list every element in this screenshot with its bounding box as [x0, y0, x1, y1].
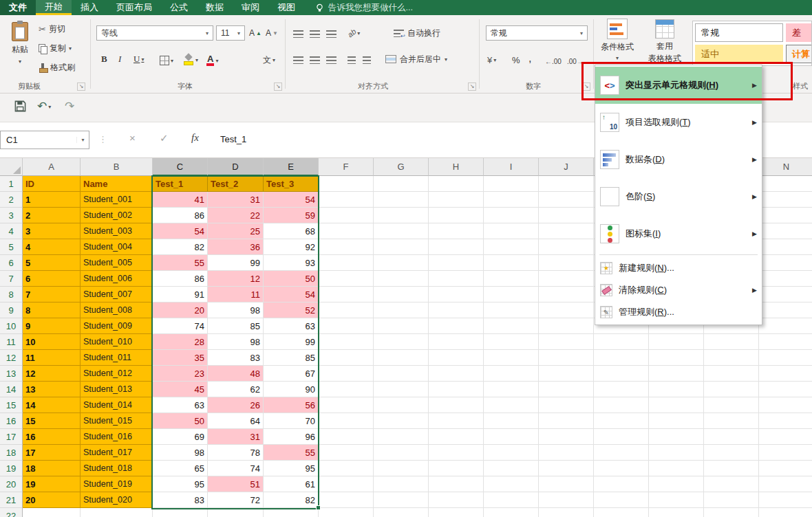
cell-A4[interactable]: 3 [23, 223, 81, 239]
cell-K18[interactable] [594, 445, 649, 461]
cell-J11[interactable] [539, 334, 594, 350]
cell-B15[interactable]: Student_014 [81, 397, 153, 413]
cell-E3[interactable]: 59 [264, 208, 319, 223]
cell-D11[interactable]: 98 [208, 334, 264, 350]
cell-I5[interactable] [484, 239, 539, 255]
cell-G9[interactable] [374, 302, 429, 318]
cell-A14[interactable]: 13 [23, 382, 81, 397]
cell-C19[interactable]: 65 [153, 461, 208, 476]
cell-L13[interactable] [649, 366, 704, 382]
copy-button[interactable]: 复制 ▾ [39, 41, 72, 55]
cell-E22[interactable] [264, 508, 319, 517]
cell-E10[interactable]: 63 [264, 318, 319, 334]
cell-E19[interactable]: 95 [264, 461, 319, 476]
cell-I10[interactable] [484, 318, 539, 334]
cell-D15[interactable]: 26 [208, 397, 264, 413]
cell-N12[interactable] [759, 350, 812, 366]
cell-E13[interactable]: 67 [264, 366, 319, 382]
cell-D3[interactable]: 22 [208, 208, 264, 223]
cell-C18[interactable]: 98 [153, 445, 208, 461]
cell-C5[interactable]: 82 [153, 239, 208, 255]
cell-N1[interactable] [759, 176, 812, 192]
cell-C7[interactable]: 86 [153, 271, 208, 287]
row-header-16[interactable]: 16 [0, 413, 23, 429]
tab-页面布局[interactable]: 页面布局 [107, 0, 161, 15]
cell-H10[interactable] [429, 318, 484, 334]
cell-B12[interactable]: Student_011 [81, 350, 153, 366]
cell-K19[interactable] [594, 461, 649, 476]
underline-button[interactable]: U▾ [133, 52, 144, 67]
cell-A2[interactable]: 1 [23, 192, 81, 208]
cell-C11[interactable]: 28 [153, 334, 208, 350]
cell-G7[interactable] [374, 271, 429, 287]
cell-D19[interactable]: 74 [208, 461, 264, 476]
cell-H16[interactable] [429, 413, 484, 429]
cell-H6[interactable] [429, 255, 484, 271]
cell-I13[interactable] [484, 366, 539, 382]
row-header-11[interactable]: 11 [0, 334, 23, 350]
cell-A9[interactable]: 8 [23, 302, 81, 318]
cell-K22[interactable] [594, 508, 649, 517]
column-header-E[interactable]: E [264, 158, 319, 176]
column-header-N[interactable]: N [759, 158, 812, 176]
cell-H12[interactable] [429, 350, 484, 366]
cell-N20[interactable] [759, 476, 812, 492]
cell-B13[interactable]: Student_012 [81, 366, 153, 382]
cell-D17[interactable]: 31 [208, 429, 264, 445]
cell-N11[interactable] [759, 334, 812, 350]
cell-N6[interactable] [759, 255, 812, 271]
cell-K21[interactable] [594, 492, 649, 508]
cell-N19[interactable] [759, 461, 812, 476]
cell-N15[interactable] [759, 397, 812, 413]
cell-I20[interactable] [484, 476, 539, 492]
cell-M12[interactable] [704, 350, 759, 366]
cell-F21[interactable] [319, 492, 374, 508]
cell-I18[interactable] [484, 445, 539, 461]
cell-L15[interactable] [649, 397, 704, 413]
cell-B14[interactable]: Student_013 [81, 382, 153, 397]
cell-L20[interactable] [649, 476, 704, 492]
tell-me-box[interactable]: 告诉我您想要做什么... [315, 0, 413, 15]
row-header-5[interactable]: 5 [0, 239, 23, 255]
cell-J7[interactable] [539, 271, 594, 287]
cell-B8[interactable]: Student_007 [81, 287, 153, 302]
cell-M15[interactable] [704, 397, 759, 413]
conditional-formatting-button[interactable]: 条件格式 ▾ [596, 19, 639, 61]
cell-style-neutral[interactable]: 适中 [695, 45, 783, 63]
cell-K13[interactable] [594, 366, 649, 382]
cell-F9[interactable] [319, 302, 374, 318]
cell-F4[interactable] [319, 223, 374, 239]
cell-F20[interactable] [319, 476, 374, 492]
menu-item-clear-rules[interactable]: 清除规则(C)▶ [595, 279, 762, 301]
orientation-button[interactable]: ab▾ [348, 25, 360, 41]
cell-K15[interactable] [594, 397, 649, 413]
cell-F22[interactable] [319, 508, 374, 517]
cell-F1[interactable] [319, 176, 374, 192]
select-all-corner[interactable] [0, 158, 23, 176]
cell-I9[interactable] [484, 302, 539, 318]
fill-handle[interactable] [316, 505, 321, 510]
cell-A6[interactable]: 5 [23, 255, 81, 271]
cell-I1[interactable] [484, 176, 539, 192]
fill-color-button[interactable]: ▾ [183, 52, 198, 67]
cell-J1[interactable] [539, 176, 594, 192]
cell-M20[interactable] [704, 476, 759, 492]
cell-M14[interactable] [704, 382, 759, 397]
cell-N22[interactable] [759, 508, 812, 517]
menu-item-icon-sets[interactable]: 图标集(I)▶ [595, 215, 762, 252]
column-header-I[interactable]: I [484, 158, 539, 176]
cell-C4[interactable]: 54 [153, 223, 208, 239]
cell-M17[interactable] [704, 429, 759, 445]
menu-item-manage-rules[interactable]: 管理规则(R)... [595, 301, 762, 323]
align-right-button[interactable] [326, 52, 336, 67]
cell-I16[interactable] [484, 413, 539, 429]
cell-D20[interactable]: 51 [208, 476, 264, 492]
cell-D21[interactable]: 72 [208, 492, 264, 508]
cell-F13[interactable] [319, 366, 374, 382]
cell-B1[interactable]: Name [81, 176, 153, 192]
cell-N14[interactable] [759, 382, 812, 397]
row-header-20[interactable]: 20 [0, 476, 23, 492]
merge-center-button[interactable]: 合并后居中▾ [385, 52, 447, 67]
tab-开始[interactable]: 开始 [36, 0, 72, 15]
align-center-button[interactable] [310, 52, 320, 67]
